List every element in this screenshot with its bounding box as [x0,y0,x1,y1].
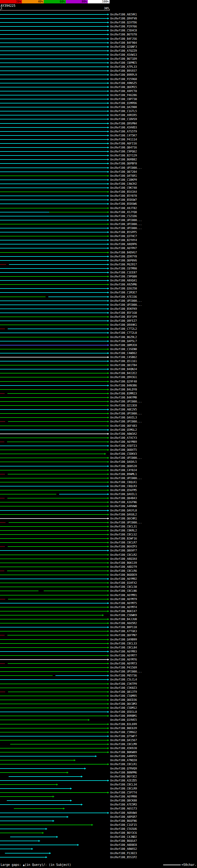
hit-line-segment[interactable] [0,260,107,261]
hit-line-segment[interactable] [0,780,107,781]
hit-line-segment[interactable] [0,575,107,575]
hit-line-segment[interactable] [0,34,107,35]
hit-label[interactable]: UniRef100_Q4GUL2 [110,513,137,516]
hit-line-segment[interactable] [0,470,107,470]
hit-line-segment[interactable] [0,191,107,192]
hit-label[interactable]: UniRef100_B3MR23 [110,392,137,395]
hit-label[interactable]: UniRef100_Q9XHK1 [110,323,137,327]
hit-line-segment[interactable] [0,611,107,612]
hit-label[interactable]: UniRef100_A7XCY3 [110,436,137,439]
hit-label[interactable]: UniRef100_A8D279 [110,565,137,568]
hit-line-segment[interactable] [0,848,31,849]
hit-label[interactable]: UniRef100_B5KFK9 [110,307,137,310]
hit-line-segment[interactable] [0,397,107,398]
hit-label[interactable]: UniRef100_B4JJU0 [110,618,137,621]
hit-label[interactable]: UniRef100_B0KW89 [110,751,137,754]
hit-line-segment[interactable] [10,837,56,837]
hit-line-segment[interactable] [0,167,107,168]
hit-line-segment[interactable] [0,607,107,608]
hit-line-segment[interactable] [0,280,107,281]
hit-line-segment[interactable] [0,349,107,349]
hit-label[interactable]: UniRef100_P41569 [110,666,137,669]
hit-line-segment[interactable] [0,684,107,684]
hit-label[interactable]: UniRef100_C4T5K7 [110,134,137,137]
hit-label[interactable]: UniRef100_B5X3X4 [110,190,137,193]
hit-line-segment[interactable] [59,494,107,495]
hit-line-segment[interactable] [0,256,107,257]
hit-label[interactable]: UniRef100_B4FJS6 [110,37,137,40]
hit-label[interactable]: UniRef100_Q0UVF7 [110,549,137,552]
hit-label[interactable]: UniRef100_B9WML1 [110,473,137,476]
hit-label[interactable]: UniRef100_Q4P5L7 [110,340,137,343]
hit-line-segment[interactable] [0,688,107,688]
hit-line-segment[interactable] [0,292,107,293]
hit-label[interactable]: UniRef100_A8WXS2 [110,847,137,850]
hit-label[interactable]: UniRef100_A5JYQ0 [110,211,137,214]
hit-label[interactable]: UniRef100_B4DVG7 [110,251,137,254]
hit-label[interactable]: UniRef100_Q6FPN7 [110,634,137,637]
hit-label[interactable]: UniRef100_A0W3A2 [110,432,137,435]
hit-label[interactable]: UniRef100_Q9SPN4 [110,122,137,125]
hit-label[interactable]: UniRef100_A6S173 [110,807,137,810]
hit-line-segment[interactable] [0,454,104,454]
hit-label[interactable]: UniRef100_C1M3E7 [110,291,137,294]
hit-label[interactable]: UniRef100_B5Y078 [110,194,137,197]
hit-label[interactable]: UniRef100_B4F904 [110,41,137,44]
hit-line-segment[interactable] [0,704,107,704]
hit-line-segment[interactable] [0,700,107,700]
hit-label[interactable]: UniRef100_C8CL84 [110,646,137,649]
hit-label[interactable]: UniRef100_C8QLR3 [110,485,137,488]
hit-line-segment[interactable] [0,445,107,446]
hit-line-segment[interactable] [0,151,107,152]
hit-line-segment[interactable] [14,808,63,809]
hit-label[interactable]: UniRef100_UPI000... [110,227,142,230]
hit-line-segment[interactable] [0,675,53,676]
hit-label[interactable]: UniRef100_A9JT82 [110,207,137,210]
hit-line-segment[interactable] [0,643,107,644]
hit-line-segment[interactable] [0,631,107,631]
hit-line-segment[interactable] [0,663,5,664]
hit-line-segment[interactable] [0,510,107,511]
hit-line-segment[interactable] [7,441,107,442]
hit-label[interactable]: UniRef100_B4LDY0 [110,388,137,391]
hit-line-segment[interactable] [0,393,5,394]
hit-line-segment[interactable] [0,486,107,487]
hit-line-segment[interactable] [0,478,107,478]
hit-label[interactable]: UniRef100_Q6EM15 [110,86,137,89]
hit-line-segment[interactable] [0,736,107,737]
hit-line-segment[interactable] [0,764,107,765]
hit-label[interactable]: UniRef100_Q4UIL3 [110,416,137,419]
hit-label[interactable]: UniRef100_C5DM12 [110,706,137,709]
hit-label[interactable]: UniRef100_C8CLR1 [110,763,137,766]
hit-label[interactable]: UniRef100_C5MAG2 [110,731,137,734]
hit-label[interactable]: UniRef100_B6Y3E2 [110,775,137,778]
hit-label[interactable]: UniRef100_Q9FEZ7 [110,319,137,322]
hit-label[interactable]: UniRef100_Q49B99 [110,638,137,641]
hit-label[interactable]: UniRef100_P13023 [110,852,137,855]
hit-label[interactable]: UniRef100_C1GF15 [110,823,137,827]
hit-label[interactable]: UniRef100_C4WJH2 [110,182,137,185]
hit-line-segment[interactable] [0,772,67,773]
hit-line-segment[interactable] [0,498,5,498]
hit-line-segment[interactable] [0,587,107,587]
hit-label[interactable]: UniRef100_Q4QVL5 [110,460,137,463]
hit-label[interactable]: UniRef100_UPI000... [110,400,142,403]
hit-label[interactable]: UniRef100_C5DKV3 [110,452,137,456]
hit-label[interactable]: UniRef100_B6QFN6 [110,819,137,823]
hit-line-segment[interactable] [0,59,107,59]
hit-line-segment[interactable] [0,639,107,640]
hit-line-segment[interactable] [0,316,107,317]
hit-line-segment[interactable] [0,55,107,55]
hit-label[interactable]: UniRef100_C9PQ08 [110,275,137,278]
hit-line-segment[interactable] [0,788,70,789]
hit-line-segment[interactable] [0,518,107,519]
hit-line-segment[interactable] [49,212,107,213]
hit-line-segment[interactable] [0,655,107,656]
hit-label[interactable]: UniRef100_C8CL33 [110,642,137,645]
hit-label[interactable]: UniRef100_C5KTP9 [110,682,137,685]
hit-label[interactable]: UniRef100_C5QM95 [110,694,137,698]
hit-line-segment[interactable] [0,647,107,648]
hit-line-segment[interactable] [0,405,107,406]
hit-line-segment[interactable] [0,208,107,209]
hit-label[interactable]: UniRef100_A8Q9P6 [110,243,137,246]
